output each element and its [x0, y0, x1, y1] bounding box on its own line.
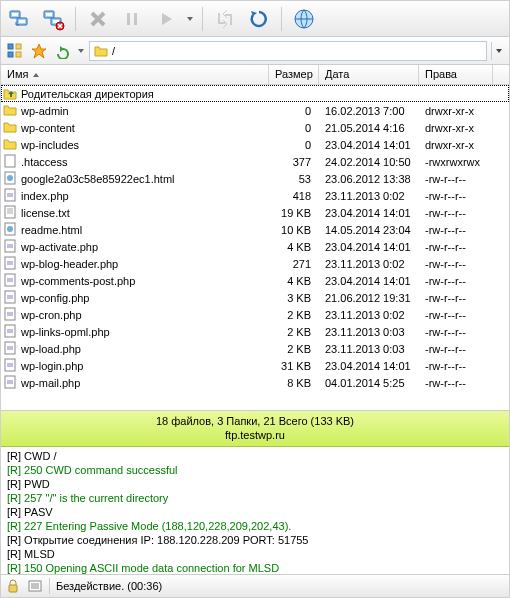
file-list[interactable]: Родительская директория wp-admin016.02.2… [1, 85, 509, 411]
file-perm: -rw-r--r-- [419, 292, 493, 304]
log-line: [R] 250 CWD command successful [7, 463, 503, 477]
transfer-button[interactable] [211, 5, 239, 33]
log-line: [R] 150 Opening ASCII mode data connecti… [7, 561, 503, 575]
file-date: 23.11.2013 0:02 [319, 190, 419, 202]
log-line: [R] PASV [7, 505, 503, 519]
file-perm: drwxr-xr-x [419, 122, 493, 134]
svg-rect-28 [7, 244, 13, 248]
svg-rect-36 [7, 312, 13, 316]
file-row[interactable]: wp-content021.05.2014 4:16drwxr-xr-x [1, 119, 509, 136]
file-icon [3, 154, 17, 170]
php-icon [3, 358, 17, 374]
php-icon [3, 188, 17, 204]
file-name: .htaccess [21, 156, 67, 168]
file-name: wp-includes [21, 139, 79, 151]
file-row[interactable]: wp-config.php3 KB21.06.2012 19:31-rw-r--… [1, 289, 509, 306]
file-size: 19 KB [269, 207, 319, 219]
up-button[interactable] [53, 41, 73, 61]
file-perm: -rw-r--r-- [419, 309, 493, 321]
file-name: wp-cron.php [21, 309, 82, 321]
separator [281, 7, 282, 31]
path-text: / [112, 45, 115, 57]
file-size: 53 [269, 173, 319, 185]
file-row[interactable]: wp-load.php2 KB23.11.2013 0:03-rw-r--r-- [1, 340, 509, 357]
status-lock-icon [5, 578, 21, 594]
file-row[interactable]: google2a03c58e85922ec1.html5323.06.2012 … [1, 170, 509, 187]
html-icon [3, 222, 17, 238]
file-perm: -rw-r--r-- [419, 326, 493, 338]
file-name: wp-admin [21, 105, 69, 117]
connect-button[interactable] [5, 5, 33, 33]
file-row[interactable]: readme.html10 KB14.05.2014 23:04-rw-r--r… [1, 221, 509, 238]
file-size: 8 KB [269, 377, 319, 389]
history-dropdown-icon[interactable] [77, 43, 85, 59]
svg-rect-5 [46, 13, 52, 16]
file-perm: drwxr-xr-x [419, 139, 493, 151]
svg-rect-14 [16, 44, 21, 49]
path-input[interactable]: / [89, 41, 487, 61]
play-dropdown-icon[interactable] [186, 9, 194, 29]
file-row[interactable]: wp-cron.php2 KB23.11.2013 0:02-rw-r--r-- [1, 306, 509, 323]
file-row[interactable]: wp-comments-post.php4 KB23.04.2014 14:01… [1, 272, 509, 289]
globe-button[interactable] [290, 5, 318, 33]
header-size[interactable]: Размер [269, 65, 319, 84]
file-perm: -rw-r--r-- [419, 275, 493, 287]
php-icon [3, 290, 17, 306]
summary-line1: 18 файлов, 3 Папки, 21 Всего (133 KB) [1, 414, 509, 428]
svg-rect-10 [134, 13, 137, 25]
path-dropdown-button[interactable] [491, 42, 505, 60]
abort-button[interactable] [84, 5, 112, 33]
file-name: readme.html [21, 224, 82, 236]
file-row[interactable]: wp-login.php31 KB23.04.2014 14:01-rw-r--… [1, 357, 509, 374]
folder-icon [3, 137, 17, 153]
php-icon [3, 273, 17, 289]
file-row[interactable]: wp-activate.php4 KB23.04.2014 14:01-rw-r… [1, 238, 509, 255]
file-size: 4 KB [269, 275, 319, 287]
header-name[interactable]: Имя [1, 65, 269, 84]
svg-rect-20 [7, 193, 13, 197]
log-panel[interactable]: [R] CWD /[R] 250 CWD command successful[… [1, 447, 509, 575]
file-perm: drwxr-xr-x [419, 105, 493, 117]
file-row[interactable]: wp-mail.php8 KB04.01.2014 5:25-rw-r--r-- [1, 374, 509, 391]
status-list-icon [27, 578, 43, 594]
file-perm: -rw-r--r-- [419, 173, 493, 185]
log-line: [R] CWD / [7, 449, 503, 463]
status-text: Бездействие. (00:36) [56, 580, 162, 592]
file-date: 23.04.2014 14:01 [319, 360, 419, 372]
file-date: 23.11.2013 0:03 [319, 343, 419, 355]
svg-rect-34 [7, 295, 13, 299]
file-row[interactable]: wp-links-opml.php2 KB23.11.2013 0:03-rw-… [1, 323, 509, 340]
file-date: 24.02.2014 10:50 [319, 156, 419, 168]
file-perm: -rw-r--r-- [419, 377, 493, 389]
header-date[interactable]: Дата [319, 65, 419, 84]
php-icon [3, 324, 17, 340]
file-perm: -rw-r--r-- [419, 258, 493, 270]
svg-rect-16 [5, 155, 15, 167]
file-size: 3 KB [269, 292, 319, 304]
refresh-button[interactable] [245, 5, 273, 33]
file-size: 0 [269, 139, 319, 151]
log-line: [R] 227 Entering Passive Mode (188,120,2… [7, 519, 503, 533]
bookmark-button[interactable] [29, 41, 49, 61]
pause-button[interactable] [118, 5, 146, 33]
svg-rect-38 [7, 329, 13, 333]
file-row[interactable]: wp-admin016.02.2013 7:00drwxr-xr-x [1, 102, 509, 119]
parent-dir-row[interactable]: Родительская директория [1, 85, 509, 102]
tree-toggle-button[interactable] [5, 41, 25, 61]
svg-rect-1 [12, 13, 18, 16]
file-row[interactable]: wp-blog-header.php27123.11.2013 0:02-rw-… [1, 255, 509, 272]
file-row[interactable]: index.php41823.11.2013 0:02-rw-r--r-- [1, 187, 509, 204]
disconnect-button[interactable] [39, 5, 67, 33]
play-button[interactable] [152, 5, 180, 33]
file-perm: -rw-r--r-- [419, 207, 493, 219]
log-line: [R] PWD [7, 477, 503, 491]
file-size: 271 [269, 258, 319, 270]
header-perm[interactable]: Права [419, 65, 493, 84]
file-row[interactable]: license.txt19 KB23.04.2014 14:01-rw-r--r… [1, 204, 509, 221]
svg-rect-30 [7, 261, 13, 265]
file-name: index.php [21, 190, 69, 202]
file-date: 21.05.2014 4:16 [319, 122, 419, 134]
file-row[interactable]: .htaccess37724.02.2014 10:50-rwxrwxrwx [1, 153, 509, 170]
file-row[interactable]: wp-includes023.04.2014 14:01drwxr-xr-x [1, 136, 509, 153]
php-icon [3, 375, 17, 391]
